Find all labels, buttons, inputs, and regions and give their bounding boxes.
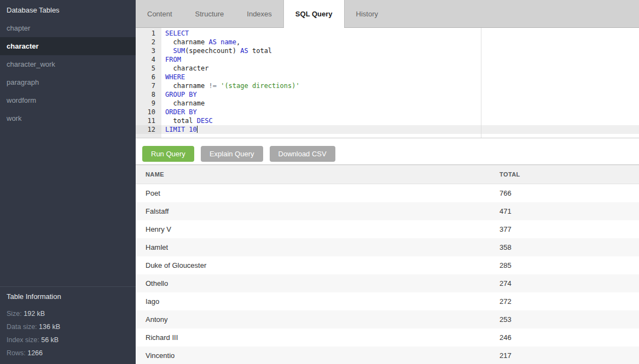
- column-header-name[interactable]: NAME: [136, 171, 499, 178]
- result-name-cell: Richard III: [136, 333, 499, 342]
- table-info-row: Index size: 56 kB: [7, 333, 129, 347]
- sidebar-item-character[interactable]: character: [0, 37, 136, 55]
- line-number: 3: [136, 46, 161, 55]
- sidebar-item-work[interactable]: work: [0, 109, 136, 127]
- table-row[interactable]: Iago272: [136, 292, 639, 310]
- result-total-cell: 471: [499, 207, 639, 215]
- result-total-cell: 253: [499, 315, 639, 324]
- result-name-cell: Iago: [136, 297, 499, 306]
- results-header-row: NAME TOTAL: [136, 165, 639, 184]
- line-number: 9: [136, 99, 161, 108]
- line-number: 2: [136, 38, 161, 46]
- tab-structure[interactable]: Structure: [184, 0, 236, 27]
- tab-history[interactable]: History: [345, 0, 390, 27]
- result-total-cell: 217: [499, 351, 639, 360]
- table-row[interactable]: Richard III246: [136, 328, 639, 347]
- sql-editor[interactable]: 1SELECT2 charname AS name,3 SUM(speechco…: [136, 28, 639, 138]
- sidebar-table-list: chaptercharactercharacter_workparagraphw…: [0, 19, 136, 127]
- line-number: 8: [136, 90, 161, 99]
- table-info-label: Index size:: [7, 336, 41, 344]
- table-row[interactable]: Poet766: [136, 184, 639, 202]
- code-text: charname AS name,: [161, 38, 240, 46]
- result-name-cell: Hamlet: [136, 243, 499, 251]
- sidebar: Database Tables chaptercharactercharacte…: [0, 0, 136, 364]
- code-line[interactable]: 6WHERE: [136, 73, 639, 81]
- table-row[interactable]: Othello274: [136, 274, 639, 292]
- database-tables-title: Database Tables: [0, 0, 136, 19]
- table-row[interactable]: Henry V377: [136, 220, 639, 238]
- results-rows: Poet766Falstaff471Henry V377Hamlet358Duk…: [136, 184, 639, 364]
- query-toolbar: Run QueryExplain QueryDownload CSV: [136, 139, 639, 165]
- table-row[interactable]: Falstaff471: [136, 202, 639, 220]
- result-total-cell: 285: [499, 261, 639, 269]
- code-lines: 1SELECT2 charname AS name,3 SUM(speechco…: [136, 29, 639, 134]
- table-info-value: 56 kB: [41, 336, 59, 344]
- code-text: FROM: [161, 55, 181, 64]
- table-information-stats: Size: 192 kBData size: 136 kBIndex size:…: [7, 307, 129, 360]
- result-name-cell: Vincentio: [136, 351, 499, 360]
- code-text: charname: [161, 99, 205, 108]
- table-row[interactable]: Antony253: [136, 310, 639, 328]
- code-line[interactable]: 2 charname AS name,: [136, 38, 639, 46]
- table-info-value: 192 kB: [24, 310, 45, 318]
- text-cursor: [197, 126, 197, 133]
- tab-bar: ContentStructureIndexesSQL QueryHistory: [136, 0, 639, 28]
- table-row[interactable]: Hamlet358: [136, 238, 639, 256]
- result-total-cell: 766: [499, 189, 639, 197]
- table-info-value: 1266: [27, 349, 43, 357]
- line-number: 7: [136, 81, 161, 90]
- line-number: 12: [136, 125, 161, 134]
- code-text: LIMIT 10: [161, 125, 197, 134]
- code-text: GROUP BY: [161, 90, 197, 99]
- code-line[interactable]: 3 SUM(speechcount) AS total: [136, 46, 639, 55]
- line-number: 11: [136, 116, 161, 125]
- code-text: total DESC: [161, 116, 213, 125]
- main-content: ContentStructureIndexesSQL QueryHistory …: [136, 0, 639, 364]
- result-total-cell: 358: [499, 243, 639, 251]
- result-name-cell: Poet: [136, 189, 499, 197]
- run-query-button[interactable]: Run Query: [142, 146, 194, 162]
- tab-sql-query[interactable]: SQL Query: [283, 0, 345, 27]
- code-line[interactable]: 12LIMIT 10: [136, 125, 639, 134]
- table-info-label: Data size:: [7, 323, 39, 331]
- result-total-cell: 272: [499, 297, 639, 306]
- sidebar-item-chapter[interactable]: chapter: [0, 19, 136, 37]
- result-name-cell: Henry V: [136, 225, 499, 233]
- code-line[interactable]: 11 total DESC: [136, 116, 639, 125]
- tab-content[interactable]: Content: [136, 0, 184, 27]
- code-text: character: [161, 64, 208, 73]
- table-info-row: Size: 192 kB: [7, 307, 129, 320]
- explain-query-button[interactable]: Explain Query: [201, 146, 263, 162]
- code-line[interactable]: 7 charname != '(stage directions)': [136, 81, 639, 90]
- table-info-row: Rows: 1266: [7, 347, 129, 360]
- code-line[interactable]: 1SELECT: [136, 29, 639, 38]
- download-csv-button[interactable]: Download CSV: [270, 146, 335, 162]
- sidebar-item-wordform[interactable]: wordform: [0, 91, 136, 109]
- result-total-cell: 274: [499, 279, 639, 287]
- table-information-panel: Table Information Size: 192 kBData size:…: [0, 286, 136, 364]
- code-line[interactable]: 9 charname: [136, 99, 639, 108]
- tab-indexes[interactable]: Indexes: [235, 0, 283, 27]
- code-text: SELECT: [161, 29, 189, 38]
- code-text: ORDER BY: [161, 108, 197, 116]
- table-info-value: 136 kB: [39, 323, 60, 331]
- table-info-row: Data size: 136 kB: [7, 320, 129, 333]
- line-number: 1: [136, 29, 161, 38]
- result-name-cell: Othello: [136, 279, 499, 287]
- table-information-title: Table Information: [7, 292, 129, 301]
- code-line[interactable]: 8GROUP BY: [136, 90, 639, 99]
- line-number: 5: [136, 64, 161, 73]
- result-total-cell: 246: [499, 333, 639, 342]
- results-table: NAME TOTAL Poet766Falstaff471Henry V377H…: [136, 165, 639, 364]
- code-text: SUM(speechcount) AS total: [161, 46, 272, 55]
- code-line[interactable]: 5 character: [136, 64, 639, 73]
- table-row[interactable]: Duke of Gloucester285: [136, 256, 639, 274]
- table-row[interactable]: Vincentio217: [136, 347, 639, 364]
- sidebar-item-character_work[interactable]: character_work: [0, 55, 136, 73]
- code-line[interactable]: 4FROM: [136, 55, 639, 64]
- code-line[interactable]: 10ORDER BY: [136, 108, 639, 116]
- column-header-total[interactable]: TOTAL: [499, 171, 639, 178]
- line-number: 10: [136, 108, 161, 116]
- line-number: 4: [136, 55, 161, 64]
- sidebar-item-paragraph[interactable]: paragraph: [0, 73, 136, 91]
